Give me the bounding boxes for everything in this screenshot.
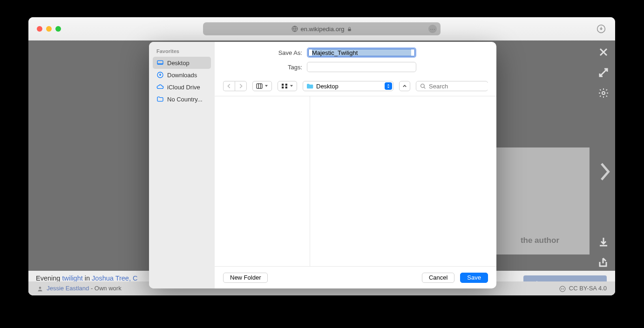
close-window-button[interactable] bbox=[37, 26, 42, 32]
file-browser[interactable] bbox=[215, 96, 496, 266]
sidebar-item-folder[interactable]: No Country... bbox=[153, 93, 211, 105]
favorites-heading: Favorites bbox=[153, 47, 211, 57]
svg-point-3 bbox=[602, 92, 605, 94]
gear-icon[interactable] bbox=[597, 87, 610, 99]
address-bar[interactable]: en.wikipedia.org ··· bbox=[203, 22, 441, 35]
sidebar-item-icloud[interactable]: iCloud Drive bbox=[153, 81, 211, 93]
download-icon[interactable] bbox=[597, 236, 610, 248]
grid-view-button[interactable] bbox=[278, 81, 297, 91]
collapse-button[interactable] bbox=[399, 81, 410, 91]
viewer-toolbar bbox=[597, 46, 610, 99]
window-titlebar: en.wikipedia.org ··· bbox=[28, 17, 615, 40]
cancel-button[interactable]: Cancel bbox=[422, 273, 454, 283]
fullscreen-window-button[interactable] bbox=[55, 26, 61, 32]
dialog-sidebar: Favorites Desktop Downloads iCloud Drive… bbox=[149, 42, 215, 288]
svg-rect-10 bbox=[282, 84, 284, 86]
link-joshua-tree[interactable]: Joshua Tree, C bbox=[92, 274, 137, 282]
person-icon bbox=[37, 286, 43, 292]
columns-view-button[interactable] bbox=[252, 81, 272, 91]
share-icon[interactable] bbox=[597, 256, 610, 268]
fullscreen-icon[interactable] bbox=[597, 67, 610, 79]
dialog-footer: New Folder Cancel Save bbox=[215, 266, 496, 288]
desktop-icon bbox=[156, 59, 164, 67]
window-controls bbox=[37, 26, 61, 32]
license-link[interactable]: CC BY-SA 4.0 bbox=[569, 285, 607, 292]
save-as-label: Save As: bbox=[223, 49, 302, 56]
file-column bbox=[310, 96, 496, 266]
attrib-text: Own work bbox=[95, 285, 122, 292]
cc-icon bbox=[559, 286, 566, 292]
attrib-author-link[interactable]: Jessie Eastland bbox=[47, 285, 89, 292]
svg-point-14 bbox=[421, 84, 425, 87]
svg-point-6 bbox=[560, 286, 565, 292]
svg-rect-11 bbox=[285, 84, 287, 86]
chevron-updown-icon bbox=[385, 82, 392, 90]
location-dropdown[interactable]: Desktop bbox=[303, 81, 393, 91]
nav-buttons bbox=[223, 81, 247, 91]
folder-icon bbox=[306, 83, 313, 89]
sidebar-item-label: iCloud Drive bbox=[167, 84, 200, 91]
back-button[interactable] bbox=[223, 81, 235, 91]
new-folder-button[interactable]: New Folder bbox=[223, 273, 268, 283]
dialog-form: Save As: Tags: bbox=[215, 42, 496, 78]
viewer-toolbar-lower bbox=[597, 236, 610, 268]
reader-icon[interactable]: ··· bbox=[428, 25, 437, 33]
dialog-main: Save As: Tags: bbox=[215, 42, 496, 288]
search-input[interactable] bbox=[429, 83, 496, 90]
downloads-folder-icon bbox=[156, 71, 164, 79]
caption-text: Evening twilight in Joshua Tree, C bbox=[36, 274, 137, 282]
globe-icon bbox=[291, 26, 298, 32]
link-twilight[interactable]: twilight bbox=[62, 274, 82, 282]
file-column bbox=[215, 96, 310, 266]
svg-point-5 bbox=[39, 287, 41, 289]
save-dialog: Favorites Desktop Downloads iCloud Drive… bbox=[149, 42, 496, 288]
forward-button[interactable] bbox=[235, 81, 247, 91]
sidebar-item-downloads[interactable]: Downloads bbox=[153, 69, 211, 81]
sidebar-item-label: No Country... bbox=[167, 96, 203, 103]
save-button[interactable]: Save bbox=[460, 273, 488, 283]
folder-icon bbox=[156, 95, 164, 103]
url-text: en.wikipedia.org bbox=[301, 26, 345, 33]
minimize-window-button[interactable] bbox=[46, 26, 52, 32]
save-as-input[interactable] bbox=[307, 47, 416, 58]
svg-rect-13 bbox=[285, 87, 287, 88]
downloads-icon[interactable] bbox=[597, 24, 606, 33]
tags-input[interactable] bbox=[307, 62, 416, 72]
location-label: Desktop bbox=[316, 83, 382, 90]
next-image-button[interactable] bbox=[597, 161, 611, 182]
svg-rect-12 bbox=[282, 87, 284, 88]
close-icon[interactable] bbox=[597, 46, 610, 58]
search-icon bbox=[420, 83, 426, 89]
sidebar-item-desktop[interactable]: Desktop bbox=[153, 57, 211, 69]
svg-rect-9 bbox=[257, 84, 262, 88]
sidebar-item-label: Downloads bbox=[167, 72, 197, 79]
author-overlay: the author bbox=[521, 236, 559, 245]
lock-icon bbox=[347, 27, 352, 32]
tags-label: Tags: bbox=[223, 64, 302, 71]
sidebar-item-label: Desktop bbox=[167, 60, 190, 67]
search-field[interactable] bbox=[416, 81, 488, 91]
cloud-icon bbox=[156, 83, 164, 91]
svg-rect-1 bbox=[348, 29, 351, 31]
dialog-toolbar: Desktop bbox=[215, 78, 496, 96]
